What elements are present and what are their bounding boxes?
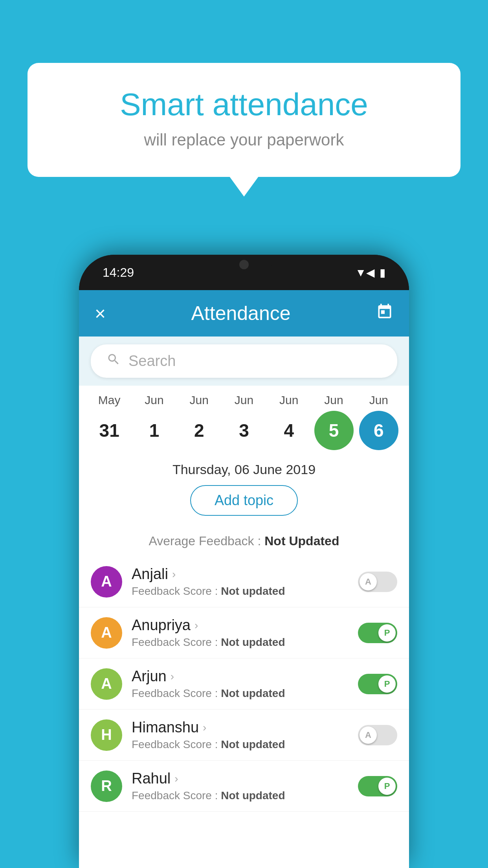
calendar-month: Jun — [314, 394, 354, 407]
calendar-month: Jun — [134, 394, 174, 407]
student-feedback: Feedback Score : Not updated — [132, 636, 358, 649]
calendar-month: Jun — [180, 394, 219, 407]
student-avatar: A — [91, 617, 122, 649]
app-header: × Attendance — [79, 290, 409, 337]
calendar-day[interactable]: 31 — [90, 411, 129, 450]
student-feedback: Feedback Score : Not updated — [132, 687, 358, 700]
phone-notch — [216, 255, 272, 274]
avg-feedback: Average Feedback : Not Updated — [79, 530, 409, 556]
attendance-toggle[interactable]: A — [358, 725, 397, 745]
calendar-day[interactable]: 2 — [180, 411, 219, 450]
toggle-knob: A — [360, 573, 377, 590]
attendance-toggle[interactable]: A — [358, 572, 397, 592]
phone-frame: 14:29 ▼◀ ▮ × Attendance — [79, 255, 409, 868]
day-row: 31123456 — [87, 411, 401, 450]
chevron-right-icon: › — [174, 772, 178, 785]
student-item[interactable]: A Anjali › Feedback Score : Not updated … — [79, 556, 409, 607]
selected-date: Thursday, 06 June 2019 — [79, 454, 409, 485]
student-avatar: A — [91, 668, 122, 700]
student-item[interactable]: A Arjun › Feedback Score : Not updated P — [79, 658, 409, 710]
student-name: Anupriya › — [132, 617, 358, 634]
calendar-day[interactable]: 5 — [314, 411, 354, 450]
calendar-month: Jun — [269, 394, 308, 407]
student-name: Anjali › — [132, 566, 358, 583]
student-avatar: A — [91, 566, 122, 598]
student-name: Rahul › — [132, 770, 358, 787]
student-item[interactable]: R Rahul › Feedback Score : Not updated P — [79, 761, 409, 812]
add-topic-button[interactable]: Add topic — [190, 485, 298, 516]
search-placeholder: Search — [128, 353, 176, 370]
close-button[interactable]: × — [95, 303, 106, 324]
attendance-toggle[interactable]: P — [358, 674, 397, 694]
student-info: Anupriya › Feedback Score : Not updated — [132, 617, 358, 649]
front-camera — [239, 260, 249, 269]
month-row: MayJunJunJunJunJunJun — [87, 394, 401, 407]
toggle-knob: P — [378, 778, 396, 795]
wifi-icon: ▼◀ — [355, 266, 375, 279]
toggle-switch[interactable]: P — [358, 776, 397, 796]
student-info: Anjali › Feedback Score : Not updated — [132, 566, 358, 598]
toggle-knob: P — [378, 624, 396, 642]
search-input[interactable]: Search — [91, 344, 397, 378]
student-info: Himanshu › Feedback Score : Not updated — [132, 719, 358, 751]
calendar-day[interactable]: 3 — [224, 411, 264, 450]
chevron-right-icon: › — [172, 568, 176, 581]
calendar-day[interactable]: 4 — [269, 411, 308, 450]
attendance-toggle[interactable]: P — [358, 623, 397, 643]
phone-status-bar: 14:29 ▼◀ ▮ — [79, 255, 409, 290]
calendar-day[interactable]: 6 — [359, 411, 398, 450]
student-name: Arjun › — [132, 668, 358, 685]
calendar-strip: MayJunJunJunJunJunJun 31123456 — [79, 386, 409, 454]
search-section: Search — [79, 337, 409, 386]
student-avatar: R — [91, 771, 122, 802]
search-icon — [106, 352, 121, 370]
chevron-right-icon: › — [194, 619, 198, 632]
toggle-switch[interactable]: A — [358, 572, 397, 592]
student-info: Rahul › Feedback Score : Not updated — [132, 770, 358, 802]
toggle-switch[interactable]: A — [358, 725, 397, 745]
student-name: Himanshu › — [132, 719, 358, 736]
status-icons: ▼◀ ▮ — [355, 266, 385, 279]
calendar-month: Jun — [224, 394, 264, 407]
chevron-right-icon: › — [203, 721, 206, 734]
student-feedback: Feedback Score : Not updated — [132, 789, 358, 802]
calendar-icon[interactable] — [376, 303, 393, 324]
avg-feedback-label: Average Feedback : — [149, 534, 265, 548]
bubble-subtitle: will replace your paperwork — [59, 131, 429, 149]
attendance-toggle[interactable]: P — [358, 776, 397, 796]
toggle-switch[interactable]: P — [358, 623, 397, 643]
toggle-knob: P — [378, 675, 396, 693]
student-item[interactable]: H Himanshu › Feedback Score : Not update… — [79, 710, 409, 761]
bubble-title: Smart attendance — [59, 86, 429, 123]
calendar-day[interactable]: 1 — [134, 411, 174, 450]
battery-icon: ▮ — [380, 266, 385, 279]
student-avatar: H — [91, 719, 122, 751]
toggle-knob: A — [360, 726, 377, 744]
student-item[interactable]: A Anupriya › Feedback Score : Not update… — [79, 607, 409, 658]
phone-time: 14:29 — [103, 265, 134, 280]
app-screen: × Attendance Search Ma — [79, 290, 409, 868]
calendar-month: May — [90, 394, 129, 407]
student-feedback: Feedback Score : Not updated — [132, 585, 358, 598]
toggle-switch[interactable]: P — [358, 674, 397, 694]
calendar-month: Jun — [359, 394, 398, 407]
speech-bubble: Smart attendance will replace your paper… — [28, 63, 460, 177]
student-list: A Anjali › Feedback Score : Not updated … — [79, 556, 409, 868]
student-feedback: Feedback Score : Not updated — [132, 738, 358, 751]
student-info: Arjun › Feedback Score : Not updated — [132, 668, 358, 700]
chevron-right-icon: › — [171, 670, 174, 683]
app-title: Attendance — [191, 302, 291, 325]
avg-feedback-value: Not Updated — [264, 534, 339, 548]
